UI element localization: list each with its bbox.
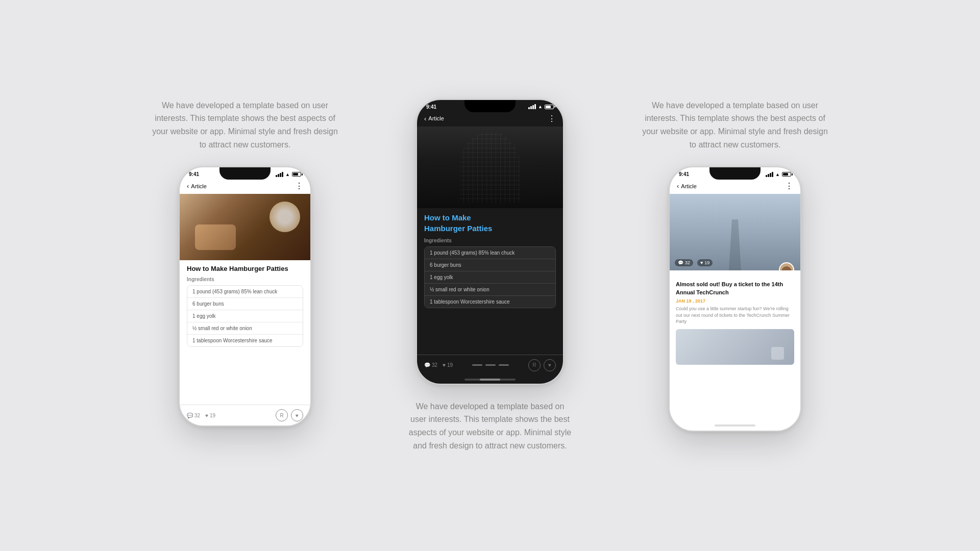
signal-icon xyxy=(276,172,283,177)
like-stat: ♥ 19 xyxy=(205,413,215,418)
bottom-actions-center: R ♥ xyxy=(528,359,556,371)
comment-icon: 💬 xyxy=(187,413,193,418)
home-indicator-right xyxy=(670,420,800,431)
chevron-icon-right: ‹ xyxy=(677,182,679,190)
right-description: We have developed a template based on us… xyxy=(638,99,832,151)
comment-count-right: 32 xyxy=(685,260,690,265)
bookmark-button-left[interactable]: ♥ xyxy=(291,409,303,421)
more-button-left[interactable]: ⋮ xyxy=(295,181,303,191)
status-icons-right: ▲ xyxy=(766,172,791,177)
ingredient-item: 1 pound (453 grams) 85% lean chuck xyxy=(425,247,555,259)
ingredients-label-left: Ingredients xyxy=(187,277,303,282)
hero-comment-stat: 💬 32 xyxy=(675,259,693,266)
r-button-left[interactable]: R xyxy=(276,409,288,421)
ingredients-list-left: 1 pound (453 grams) 85% lean chuck 6 bur… xyxy=(187,285,303,347)
bottom-bar-center: 💬 32 ♥ 19 R xyxy=(417,355,563,375)
status-icons-left: ▲ xyxy=(276,172,301,177)
heart-icon: ♥ xyxy=(205,413,208,418)
center-description: We have developed a template based on us… xyxy=(408,400,572,452)
r-button-center[interactable]: R xyxy=(528,359,541,371)
back-button-center[interactable]: ‹ Article xyxy=(424,115,444,122)
back-button-right[interactable]: ‹ Article xyxy=(677,182,697,190)
comment-icon-center: 💬 xyxy=(424,362,430,368)
battery-icon-center xyxy=(545,105,554,109)
heart-icon-center: ♥ xyxy=(443,362,446,368)
ingredient-item: 1 tablespoon Worcestershire sauce xyxy=(425,296,555,308)
nav-title-left: Article xyxy=(191,183,207,189)
card-thumbnail-right xyxy=(676,329,794,365)
heart-icon-right: ♥ xyxy=(700,260,703,265)
like-count-right: 19 xyxy=(704,260,709,265)
chevron-icon: ‹ xyxy=(187,182,189,190)
bottom-bar-left: 💬 32 ♥ 19 R ♥ xyxy=(180,405,310,425)
progress-dot xyxy=(499,364,509,366)
progress-dot xyxy=(485,364,496,366)
comment-count-center: 32 xyxy=(432,362,437,368)
ingredients-list-center: 1 pound (453 grams) 85% lean chuck 6 bur… xyxy=(424,246,556,308)
food-image xyxy=(180,194,310,260)
left-description: We have developed a template based on us… xyxy=(148,99,342,151)
hero-image-left xyxy=(180,194,310,260)
notch-center xyxy=(464,100,516,112)
article-content-left: How to Make Hamburger Patties Ingredient… xyxy=(180,260,310,351)
chevron-icon-center: ‹ xyxy=(424,115,426,122)
like-count: 19 xyxy=(210,413,215,418)
bottom-stats-center: 💬 32 ♥ 19 xyxy=(424,362,453,368)
article-content-center: How to MakeHamburger Patties Ingredients… xyxy=(417,208,563,312)
hero-image-center xyxy=(417,127,563,208)
main-scene: We have developed a template based on us… xyxy=(0,79,980,472)
card-content-right: Almost sold out! Buy a ticket to the 14t… xyxy=(670,270,800,369)
nav-bar-right: ‹ Article ⋮ xyxy=(670,179,800,194)
left-column: We have developed a template based on us… xyxy=(122,99,368,427)
progress-dot xyxy=(472,364,482,366)
nav-bar-center: ‹ Article ⋮ xyxy=(417,112,563,127)
ingredient-item: ½ small red or white onion xyxy=(425,284,555,296)
phone-center: 9:41 ▲ xyxy=(416,99,564,385)
ingredient-item: 1 egg yolk xyxy=(187,310,303,322)
phone-left: 9:41 ▲ xyxy=(179,166,311,427)
bottom-stats-left: 💬 32 ♥ 19 xyxy=(187,413,215,418)
back-button-left[interactable]: ‹ Article xyxy=(187,182,207,190)
ingredient-item: 1 pound (453 grams) 85% lean chuck xyxy=(187,286,303,298)
author-avatar xyxy=(779,262,794,270)
article-title-center: How to MakeHamburger Patties xyxy=(424,212,556,234)
signal-icon-center xyxy=(528,104,536,109)
comment-count: 32 xyxy=(194,413,200,418)
battery-icon-right xyxy=(782,172,791,177)
hero-like-stat: ♥ 19 xyxy=(697,259,713,266)
right-column: We have developed a template based on us… xyxy=(612,99,857,432)
wifi-icon-center: ▲ xyxy=(538,104,543,109)
card-desc-right: Could you use a little summer startup fu… xyxy=(676,306,794,325)
wifi-icon-right: ▲ xyxy=(775,172,780,177)
progress-indicators xyxy=(472,360,509,370)
like-count-center: 19 xyxy=(447,362,453,368)
comment-stat-center: 💬 32 xyxy=(424,362,437,368)
hero-stats-right: 💬 32 ♥ 19 xyxy=(675,259,713,266)
ingredient-item: 1 tablespoon Worcestershire sauce xyxy=(187,335,303,346)
battery-icon xyxy=(292,172,301,177)
nav-title-right: Article xyxy=(681,183,697,189)
center-column: 9:41 ▲ xyxy=(408,99,572,452)
wifi-icon: ▲ xyxy=(285,172,290,177)
status-time-right: 9:41 xyxy=(679,171,689,177)
bottom-actions-left: R ♥ xyxy=(276,409,303,421)
ingredient-item: 6 burger buns xyxy=(425,259,555,271)
ingredient-item: 1 egg yolk xyxy=(425,271,555,284)
card-date-right: JAN 19 , 2017 xyxy=(676,298,794,304)
nav-bar-left: ‹ Article ⋮ xyxy=(180,179,310,194)
status-time-left: 9:41 xyxy=(189,171,199,177)
card-title-right: Almost sold out! Buy a ticket to the 14t… xyxy=(676,281,794,296)
more-button-right[interactable]: ⋮ xyxy=(785,181,793,191)
notch-right xyxy=(709,167,761,180)
status-time-center: 9:41 xyxy=(426,104,436,110)
scroll-indicator xyxy=(417,375,563,384)
ingredient-item: 6 burger buns xyxy=(187,298,303,310)
comment-stat: 💬 32 xyxy=(187,413,200,418)
bookmark-button-center[interactable]: ♥ xyxy=(544,359,556,371)
like-stat-center: ♥ 19 xyxy=(443,362,453,368)
article-title-left: How to Make Hamburger Patties xyxy=(187,264,303,273)
status-icons-center: ▲ xyxy=(528,104,554,109)
more-button-center[interactable]: ⋮ xyxy=(548,114,556,123)
notch-left xyxy=(219,167,271,180)
ingredient-item: ½ small red or white onion xyxy=(187,322,303,335)
